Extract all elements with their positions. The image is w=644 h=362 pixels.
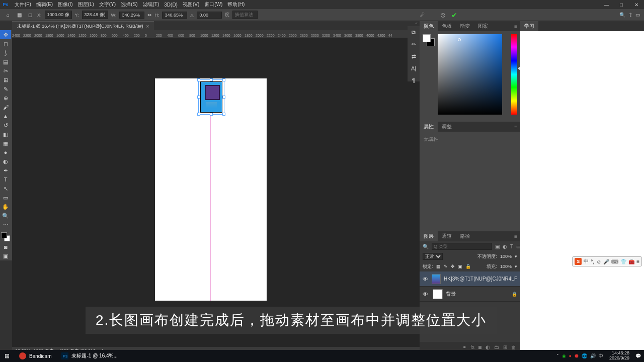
transform-handle[interactable] <box>222 96 225 99</box>
tab-learn[interactable]: 学习 <box>520 21 538 31</box>
close-tab-icon[interactable]: × <box>146 24 149 29</box>
lock-brush-icon[interactable]: ✎ <box>444 264 448 269</box>
layer-name[interactable]: HK]3%@T1T(NUP@]CJ0NR4LF <box>444 276 517 282</box>
menu-type[interactable]: 文字(Y) <box>97 0 118 9</box>
menu-image[interactable]: 图像(I) <box>55 0 75 9</box>
screen-mode-icon[interactable]: ▣ <box>0 251 11 260</box>
paragraph-panel-icon[interactable]: ¶ <box>408 74 420 86</box>
tray-wechat-icon[interactable]: ◉ <box>562 353 566 358</box>
tab-adjustments[interactable]: 调整 <box>438 122 456 132</box>
adjustment-layer-icon[interactable]: ◐ <box>486 344 490 350</box>
menu-layer[interactable]: 图层(L) <box>75 0 97 9</box>
transform-handle[interactable] <box>197 78 200 81</box>
cancel-transform-button[interactable]: ⦸ <box>441 11 445 19</box>
color-swatches[interactable] <box>0 231 11 242</box>
learn-content[interactable] <box>520 31 644 352</box>
interpolation-field[interactable]: 插值算法 <box>232 11 258 19</box>
character-panel-icon[interactable]: A| <box>408 62 420 74</box>
fg-bg-swatch[interactable] <box>423 34 435 46</box>
x-field[interactable]: 1000.00 像 <box>45 11 72 19</box>
ime-skin-icon[interactable]: 👕 <box>620 259 626 264</box>
blur-tool[interactable]: ● <box>0 148 11 157</box>
history-panel-icon[interactable]: ⧉ <box>408 26 420 38</box>
link-icon[interactable]: ⇔ <box>147 12 151 18</box>
layer-filter-input[interactable] <box>432 243 492 250</box>
filter-pixel-icon[interactable]: ▣ <box>495 244 500 249</box>
tray-network-icon[interactable]: 🌐 <box>582 353 587 358</box>
search-icon[interactable]: 🔍 <box>619 12 625 18</box>
menu-filter[interactable]: 滤镜(T) <box>140 0 162 9</box>
edit-toolbar-icon[interactable]: ⋯ <box>0 220 11 229</box>
pen-tool[interactable]: ✒ <box>0 166 11 175</box>
fill-value[interactable]: 100% <box>500 264 512 269</box>
lock-all-icon[interactable]: 🔒 <box>465 264 471 269</box>
artboard[interactable] <box>155 78 267 301</box>
zoom-tool[interactable]: 🔍 <box>0 211 11 220</box>
sogou-icon[interactable]: S <box>575 258 582 265</box>
type-tool[interactable]: T <box>0 175 11 184</box>
menu-window[interactable]: 窗口(W) <box>202 0 225 9</box>
tray-volume-icon[interactable]: 🔊 <box>590 353 596 358</box>
opacity-value[interactable]: 100% <box>500 254 512 259</box>
lock-transparent-icon[interactable]: ▦ <box>436 264 441 269</box>
eyedropper-tool[interactable]: ✎ <box>0 84 11 94</box>
dodge-tool[interactable]: ◐ <box>0 157 11 166</box>
tab-paths[interactable]: 路径 <box>456 231 474 241</box>
window-maximize-button[interactable]: □ <box>614 0 629 9</box>
link-layers-icon[interactable]: ⚭ <box>462 344 466 350</box>
start-button[interactable]: ⊞ <box>0 350 14 362</box>
commit-transform-button[interactable]: ✔ <box>451 11 457 19</box>
notifications-icon[interactable]: 💬 <box>635 353 641 358</box>
tab-swatches[interactable]: 色板 <box>438 21 456 31</box>
ime-toolbar[interactable]: S 中 °, ☺ 🎤 ⌨ 👕 🧰 ≡ <box>572 256 642 266</box>
crop-tool[interactable]: ✂ <box>0 66 11 75</box>
layer-item[interactable]: 👁 背景 🔒 <box>420 287 520 302</box>
blend-mode-select[interactable]: 正常 <box>423 253 443 260</box>
ime-punct-icon[interactable]: °, <box>591 259 594 264</box>
transform-handle[interactable] <box>210 78 213 81</box>
window-close-button[interactable]: ✕ <box>629 0 644 9</box>
menu-help[interactable]: 帮助(H) <box>225 0 247 9</box>
ime-emoji-icon[interactable]: ☺ <box>596 259 601 264</box>
new-layer-icon[interactable]: ⊞ <box>503 344 507 350</box>
stamp-tool[interactable]: ▲ <box>0 112 11 121</box>
ime-lang[interactable]: 中 <box>584 258 589 265</box>
brush-tool[interactable]: 🖌 <box>0 103 11 112</box>
layer-name[interactable]: 背景 <box>446 291 456 298</box>
tray-up-icon[interactable]: ˄ <box>556 353 559 358</box>
ime-settings-icon[interactable]: ≡ <box>636 259 639 264</box>
transform-handle[interactable] <box>222 113 225 116</box>
window-minimize-button[interactable]: — <box>599 0 614 9</box>
transform-handle[interactable] <box>210 113 213 116</box>
ime-toolbox-icon[interactable]: 🧰 <box>628 259 634 264</box>
tab-gradients[interactable]: 渐变 <box>456 21 474 31</box>
hue-slider[interactable] <box>511 34 517 115</box>
brush-panel-icon[interactable]: ✏ <box>408 38 420 50</box>
gradient-tool[interactable]: ▦ <box>0 139 11 148</box>
move-tool[interactable]: ✥ <box>0 30 11 39</box>
object-select-tool[interactable]: ▤ <box>0 57 11 66</box>
taskbar-item-bandicam[interactable]: Bandicam <box>14 350 56 361</box>
menu-select[interactable]: 选择(S) <box>118 0 140 9</box>
tray-shield-icon[interactable]: ⬣ <box>575 353 579 358</box>
layer-fx-icon[interactable]: fx <box>470 344 474 350</box>
tab-color[interactable]: 颜色 <box>420 21 438 31</box>
taskbar-item-photoshop[interactable]: Ps 未标题-1 @ 16.4%... <box>56 350 122 361</box>
transform-handle[interactable] <box>197 113 200 116</box>
ime-keyboard-icon[interactable]: ⌨ <box>611 259 618 264</box>
history-brush-tool[interactable]: ↺ <box>0 121 11 130</box>
visibility-icon[interactable]: 👁 <box>423 276 429 282</box>
workspace-icon[interactable]: ▭ <box>635 12 640 18</box>
quick-mask-icon[interactable]: ◙ <box>0 242 11 251</box>
taskbar-clock[interactable]: 14:46:28 2020/9/29 <box>606 351 632 361</box>
panel-menu-icon[interactable]: ≡ <box>511 234 520 239</box>
lasso-tool[interactable]: ⟆ <box>0 48 11 57</box>
transform-bounding-box[interactable] <box>198 79 224 115</box>
path-select-tool[interactable]: ↖ <box>0 184 11 193</box>
layer-item[interactable]: 👁 HK]3%@T1T(NUP@]CJ0NR4LF <box>420 272 520 287</box>
layer-thumbnail[interactable] <box>432 274 441 284</box>
w-field[interactable]: 340.29% <box>119 12 144 19</box>
home-icon[interactable]: ⌂ <box>4 11 12 19</box>
menu-edit[interactable]: 编辑(E) <box>34 0 55 9</box>
layer-thumbnail[interactable] <box>433 289 443 299</box>
